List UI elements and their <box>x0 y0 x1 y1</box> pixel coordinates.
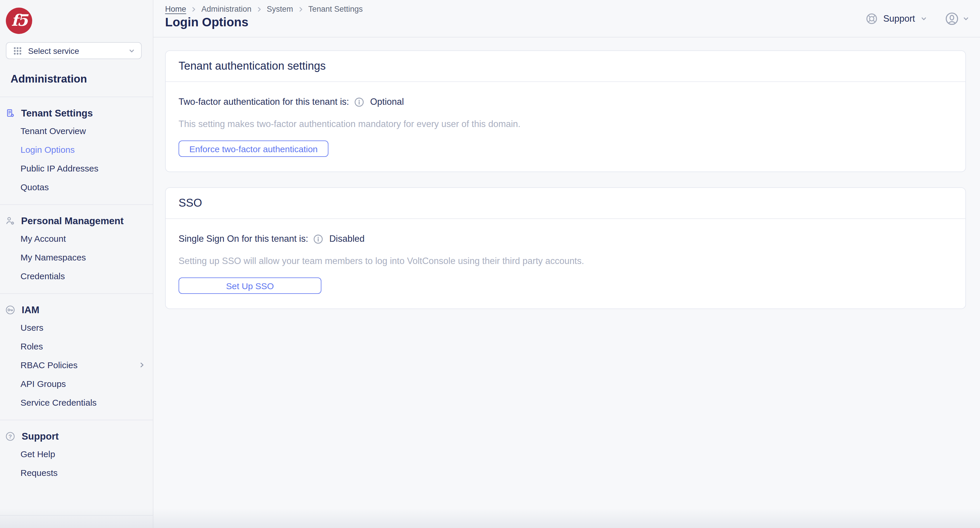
two-factor-description: This setting makes two-factor authentica… <box>178 118 953 130</box>
sso-status-label: Single Sign On for this tenant is: <box>178 234 308 244</box>
sso-description: Setting up SSO will allow your team memb… <box>178 254 953 267</box>
sidebar-section-label: Personal Management <box>21 215 124 226</box>
sidebar-item-roles[interactable]: Roles <box>0 337 153 355</box>
sidebar-item-api-groups[interactable]: API Groups <box>0 374 153 393</box>
sidebar-section-header-support[interactable]: ? Support <box>0 428 153 444</box>
svg-text:?: ? <box>8 433 12 439</box>
card-title: SSO <box>178 197 202 210</box>
sidebar-section-label: IAM <box>22 304 40 315</box>
sidebar-section-iam: IAM Users Roles RBAC Policies API Groups… <box>0 293 153 420</box>
sidebar-item-tenant-overview[interactable]: Tenant Overview <box>0 121 153 140</box>
sidebar-item-my-namespaces[interactable]: My Namespaces <box>0 248 153 266</box>
sidebar-section-header-tenant-settings[interactable]: Tenant Settings <box>0 105 153 121</box>
sidebar-item-my-account[interactable]: My Account <box>0 229 153 248</box>
avatar-icon <box>945 11 959 25</box>
sidebar-nav: Tenant Settings Tenant Overview Login Op… <box>0 97 153 515</box>
two-factor-status-row: Two-factor authentication for this tenan… <box>178 95 953 108</box>
sso-status-row: Single Sign On for this tenant is: Disab… <box>178 232 953 245</box>
chevron-down-icon <box>920 15 928 22</box>
set-up-sso-button[interactable]: Set Up SSO <box>178 277 321 294</box>
breadcrumb-separator-icon <box>297 6 304 13</box>
sidebar-section-personal-management: Personal Management My Account My Namesp… <box>0 204 153 293</box>
main-area: Home Administration System Tenant Settin… <box>153 0 980 528</box>
sidebar-item-credentials[interactable]: Credentials <box>0 266 153 285</box>
chevron-down-icon <box>963 15 969 22</box>
sidebar-item-service-credentials[interactable]: Service Credentials <box>0 393 153 412</box>
sidebar-footer <box>0 515 153 528</box>
sidebar-title: Administration <box>6 71 147 87</box>
breadcrumb-item-system: System <box>267 5 293 13</box>
support-menu-label: Support <box>883 13 915 24</box>
breadcrumb: Home Administration System Tenant Settin… <box>165 5 363 13</box>
breadcrumb-item-tenant-settings: Tenant Settings <box>308 5 363 13</box>
sidebar-section-header-personal-management[interactable]: Personal Management <box>0 213 153 229</box>
service-picker[interactable]: Select service <box>6 42 142 59</box>
f5-logo[interactable]: f5 <box>6 8 32 34</box>
card-title: Tenant authentication settings <box>178 60 326 73</box>
building-gear-icon <box>5 108 14 118</box>
enforce-two-factor-button[interactable]: Enforce two-factor authentication <box>178 140 328 157</box>
chevron-down-icon <box>128 47 135 54</box>
page-title: Login Options <box>165 13 363 31</box>
sidebar-section-tenant-settings: Tenant Settings Tenant Overview Login Op… <box>0 97 153 204</box>
sidebar: f5 Select service Administration <box>0 0 153 528</box>
two-factor-status-label: Two-factor authentication for this tenan… <box>178 97 349 107</box>
voltconsole-app: f5 Select service Administration <box>0 0 980 528</box>
info-icon[interactable] <box>313 234 323 244</box>
breadcrumb-item-administration: Administration <box>201 5 251 13</box>
sidebar-section-label: Tenant Settings <box>21 107 93 119</box>
sso-card: SSO Single Sign On for this tenant is: D <box>165 187 966 309</box>
user-menu[interactable] <box>945 11 969 25</box>
key-icon <box>5 305 15 315</box>
sidebar-section-support: ? Support Get Help Requests <box>0 420 153 490</box>
sidebar-section-header-iam[interactable]: IAM <box>0 301 153 318</box>
sidebar-section-label: Support <box>22 431 59 442</box>
f5-logo-text: f5 <box>11 12 27 28</box>
sidebar-item-quotas[interactable]: Quotas <box>0 177 153 196</box>
grid-icon <box>13 46 22 55</box>
breadcrumb-separator-icon <box>190 6 197 13</box>
top-bar: Home Administration System Tenant Settin… <box>153 0 980 37</box>
sidebar-item-get-help[interactable]: Get Help <box>0 444 153 463</box>
service-picker-label: Select service <box>28 46 128 55</box>
tenant-authentication-card: Tenant authentication settings Two-facto… <box>165 50 966 172</box>
sidebar-item-rbac-policies[interactable]: RBAC Policies <box>0 355 153 374</box>
sidebar-item-users[interactable]: Users <box>0 318 153 337</box>
breadcrumb-home-link[interactable]: Home <box>165 5 186 13</box>
user-gear-icon <box>5 216 14 225</box>
chevron-right-icon <box>138 361 146 369</box>
question-icon: ? <box>5 431 15 441</box>
life-ring-icon <box>865 12 878 25</box>
sidebar-item-public-ip-addresses[interactable]: Public IP Addresses <box>0 159 153 177</box>
info-icon[interactable] <box>354 97 364 107</box>
sidebar-item-login-options[interactable]: Login Options <box>0 140 153 159</box>
sidebar-item-requests[interactable]: Requests <box>0 463 153 482</box>
breadcrumb-separator-icon <box>256 6 262 13</box>
two-factor-status-value: Optional <box>370 97 404 107</box>
content-area: Tenant authentication settings Two-facto… <box>153 37 980 528</box>
sso-status-value: Disabled <box>329 234 365 244</box>
support-menu[interactable]: Support <box>865 12 928 25</box>
